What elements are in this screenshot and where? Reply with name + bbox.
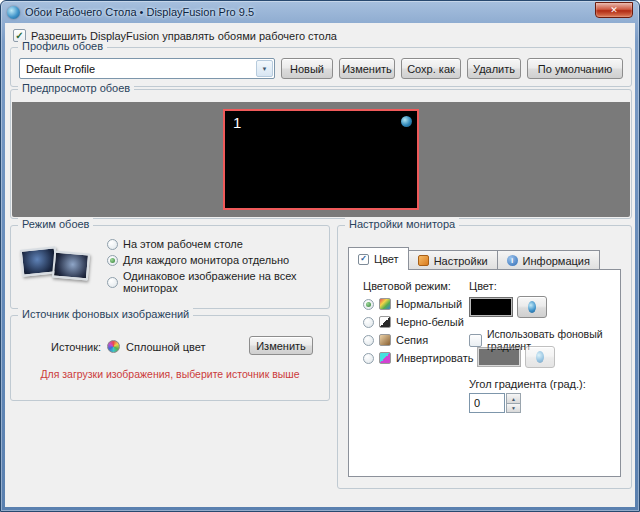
window-title: Обои Рабочего Стола • DisplayFusion Pro … bbox=[25, 6, 590, 18]
settings-group-title: Настройки монитора bbox=[345, 218, 459, 230]
radio-icon[interactable] bbox=[107, 255, 118, 266]
source-label: Источник: bbox=[51, 341, 101, 353]
app-window: Обои Рабочего Стола • DisplayFusion Pro … bbox=[0, 0, 640, 512]
sepia-icon bbox=[379, 334, 391, 346]
color-wheel-icon bbox=[528, 301, 536, 313]
color-mode-normal[interactable]: Нормальный bbox=[363, 298, 462, 310]
preview-area: 1 bbox=[12, 102, 630, 217]
delete-profile-button[interactable]: Удалить bbox=[467, 58, 521, 79]
color-mode-sepia[interactable]: Сепия bbox=[363, 334, 428, 346]
radio-icon[interactable] bbox=[107, 277, 118, 288]
settings-tabs: ✓ Цвет Настройки i Информация bbox=[348, 247, 600, 270]
chevron-down-icon[interactable]: ▼ bbox=[256, 60, 273, 77]
radio-icon[interactable] bbox=[363, 335, 374, 346]
tab-color[interactable]: ✓ Цвет bbox=[348, 247, 409, 270]
wallpaper-mode-group: Режим обоев На этом рабочем столе Для ка… bbox=[10, 225, 330, 309]
mode-option-same-image[interactable]: Одинаковое изображение на всех мониторах bbox=[107, 270, 329, 294]
gradient-checkbox[interactable] bbox=[469, 334, 482, 347]
gradient-angle-input[interactable] bbox=[469, 393, 505, 413]
tab-settings[interactable]: Настройки bbox=[409, 250, 498, 270]
solid-color-icon bbox=[107, 340, 120, 353]
monitor-thumbnail-icon bbox=[52, 250, 90, 280]
color-tab-panel: Цветовой режим: Нормальный Черно-белый С… bbox=[348, 269, 621, 477]
info-icon: i bbox=[507, 255, 518, 266]
spin-buttons: ▲ ▼ bbox=[506, 393, 521, 413]
titlebar: Обои Рабочего Стола • DisplayFusion Pro … bbox=[1, 1, 639, 23]
color-mode-label: Цветовой режим: bbox=[363, 280, 451, 292]
color-picker-button[interactable] bbox=[517, 296, 547, 318]
color-mode-option-label: Инвертировать bbox=[396, 352, 473, 364]
source-warning-text: Для загрузки изображения, выберите источ… bbox=[11, 368, 329, 380]
mode-option-label: На этом рабочем столе bbox=[123, 238, 243, 250]
tab-settings-label: Настройки bbox=[434, 255, 488, 267]
profile-select[interactable]: Default Profile ▼ bbox=[19, 58, 275, 79]
tab-information[interactable]: i Информация bbox=[498, 250, 600, 270]
image-source-group: Источник фоновых изображений Источник: С… bbox=[10, 315, 330, 401]
normal-color-icon bbox=[379, 298, 391, 310]
displayfusion-app-icon bbox=[7, 6, 20, 19]
close-button[interactable]: ✕ bbox=[595, 2, 633, 18]
profile-group: Профиль обоев Default Profile ▼ Новый Из… bbox=[10, 47, 632, 87]
displayfusion-logo-icon bbox=[401, 116, 412, 127]
color-label: Цвет: bbox=[469, 280, 497, 292]
color-swatch[interactable] bbox=[469, 297, 513, 317]
tab-information-label: Информация bbox=[523, 255, 590, 267]
edit-profile-button[interactable]: Изменить bbox=[339, 58, 395, 79]
radio-icon[interactable] bbox=[363, 317, 374, 328]
mode-option-label: Для каждого монитора отдельно bbox=[123, 254, 289, 266]
color-enabled-checkbox[interactable]: ✓ bbox=[358, 254, 369, 265]
profile-controls-row: Default Profile ▼ Новый Изменить Сохр. к… bbox=[19, 58, 623, 79]
default-profile-button[interactable]: По умолчанию bbox=[527, 58, 623, 79]
invert-icon bbox=[379, 352, 391, 364]
monitor-settings-group: Настройки монитора ✓ Цвет Настройки i Ин… bbox=[337, 225, 632, 489]
source-group-title: Источник фоновых изображений bbox=[18, 308, 193, 320]
gear-icon bbox=[418, 255, 429, 266]
change-source-button[interactable]: Изменить bbox=[249, 336, 313, 355]
mode-option-this-desktop[interactable]: На этом рабочем столе bbox=[107, 238, 243, 250]
grayscale-icon bbox=[379, 316, 391, 328]
profile-select-value: Default Profile bbox=[20, 63, 256, 75]
dual-monitors-image bbox=[19, 240, 97, 294]
new-profile-button[interactable]: Новый bbox=[281, 58, 333, 79]
source-row: Источник: Сплошной цвет bbox=[51, 340, 206, 353]
mode-option-per-monitor[interactable]: Для каждого монитора отдельно bbox=[107, 254, 289, 266]
radio-icon[interactable] bbox=[107, 239, 118, 250]
save-as-profile-button[interactable]: Сохр. как bbox=[401, 58, 461, 79]
color-mode-option-label: Сепия bbox=[396, 334, 428, 346]
mode-group-title: Режим обоев bbox=[18, 218, 93, 230]
client-area: ✓ Разрешить DisplayFusion управлять обоя… bbox=[5, 23, 635, 507]
tab-color-label: Цвет bbox=[374, 253, 399, 265]
spin-up-icon[interactable]: ▲ bbox=[506, 393, 521, 403]
color-mode-invert[interactable]: Инвертировать bbox=[363, 352, 473, 364]
gradient-angle-spinner: ▲ ▼ bbox=[469, 393, 521, 413]
gradient-color-swatch[interactable] bbox=[477, 347, 521, 367]
wallpaper-preview-group: Предпросмотр обоев 1 bbox=[10, 89, 632, 219]
mode-option-label: Одинаковое изображение на всех мониторах bbox=[123, 270, 329, 294]
gradient-color-picker-button[interactable] bbox=[525, 346, 555, 368]
gradient-angle-label: Угол градиента (град.): bbox=[469, 378, 586, 390]
color-mode-option-label: Нормальный bbox=[396, 298, 462, 310]
radio-icon[interactable] bbox=[363, 299, 374, 310]
radio-icon[interactable] bbox=[363, 353, 374, 364]
monitor-number-label: 1 bbox=[233, 114, 241, 131]
color-mode-grayscale[interactable]: Черно-белый bbox=[363, 316, 464, 328]
monitor-preview[interactable]: 1 bbox=[223, 109, 419, 210]
profile-group-title: Профиль обоев bbox=[18, 40, 107, 52]
source-value: Сплошной цвет bbox=[126, 341, 206, 353]
color-swatch-row bbox=[469, 296, 547, 318]
color-wheel-icon bbox=[536, 351, 544, 363]
spin-down-icon[interactable]: ▼ bbox=[506, 403, 521, 413]
color-mode-option-label: Черно-белый bbox=[396, 316, 464, 328]
preview-group-title: Предпросмотр обоев bbox=[18, 82, 134, 94]
gradient-swatch-row bbox=[477, 346, 555, 368]
